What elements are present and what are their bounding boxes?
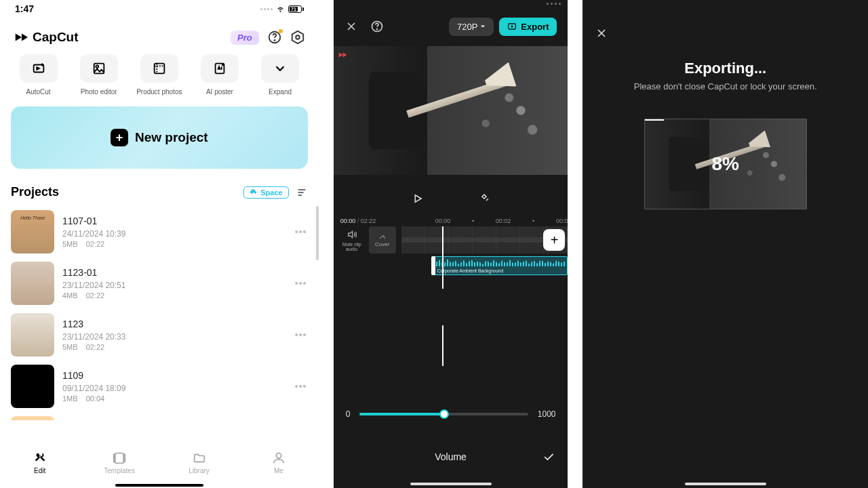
- audio-track[interactable]: Corporate Ambient Background: [434, 256, 568, 275]
- volume-min: 0: [346, 409, 351, 419]
- status-icons: 71: [260, 5, 304, 13]
- tool-row: AutoCut Photo editor Product photos AI p…: [0, 50, 319, 96]
- export-subtitle: Please don't close CapCut or lock your s…: [583, 81, 868, 92]
- volume-slider-row: 0 1000: [334, 404, 568, 424]
- settings-icon[interactable]: [290, 30, 305, 45]
- app-header: CapCut Pro: [0, 22, 319, 50]
- projects-header: Projects Space: [0, 169, 319, 206]
- tab-templates[interactable]: Templates: [79, 442, 159, 483]
- project-thumb: [11, 262, 54, 305]
- logo: CapCut: [14, 30, 79, 45]
- tool-autocut[interactable]: AutoCut: [11, 54, 66, 96]
- export-screen: Exporting... Please don't close CapCut o…: [583, 0, 868, 488]
- play-controls: [334, 182, 568, 216]
- project-item[interactable]: 1123 23/11/2024 20:33 5MB02:22 •••: [11, 309, 308, 361]
- editor-screen: 720P Export 00:00 / 02:22 00:00• 00:02• …: [334, 0, 568, 488]
- projects-title: Projects: [11, 185, 59, 199]
- playhead[interactable]: [442, 226, 443, 289]
- home-indicator: [115, 484, 203, 487]
- close-icon[interactable]: [344, 20, 358, 33]
- project-item[interactable]: Hello There 1107-01 24/11/2024 10:39 5MB…: [11, 206, 308, 258]
- help-icon[interactable]: [370, 20, 384, 33]
- timeline[interactable]: Mute clip audio Cover + Corporate Ambien…: [334, 226, 568, 278]
- editor-header: 720P Export: [334, 14, 568, 39]
- volume-max: 1000: [538, 409, 556, 419]
- fullscreen-icon[interactable]: [478, 192, 490, 205]
- close-icon[interactable]: [595, 26, 608, 40]
- video-preview[interactable]: [334, 46, 568, 175]
- svg-rect-6: [154, 64, 164, 74]
- confirm-icon[interactable]: [542, 450, 555, 464]
- svg-point-2: [296, 35, 300, 39]
- svg-point-5: [96, 65, 98, 68]
- audio-clip-handle[interactable]: [431, 256, 435, 275]
- home-indicator: [685, 483, 766, 485]
- project-thumb: [11, 313, 54, 357]
- project-list[interactable]: Hello There 1107-01 24/11/2024 10:39 5MB…: [0, 206, 319, 420]
- more-icon[interactable]: •••: [294, 226, 308, 237]
- volume-slider[interactable]: [359, 413, 528, 415]
- tool-photo-editor[interactable]: Photo editor: [71, 54, 126, 96]
- status-bar: 1:47 71: [0, 0, 319, 18]
- clock: 1:47: [15, 3, 34, 14]
- pro-badge[interactable]: Pro: [231, 30, 259, 45]
- export-percent: 8%: [645, 119, 806, 209]
- more-icon[interactable]: •••: [294, 278, 308, 289]
- play-icon[interactable]: [412, 192, 424, 205]
- tab-bar: Edit Templates Library Me: [0, 442, 319, 483]
- wifi-icon: [275, 5, 285, 13]
- export-title: Exporting...: [583, 60, 868, 77]
- project-item[interactable]: 1123-01 23/11/2024 20:51 4MB02:22 •••: [11, 258, 308, 309]
- more-icon[interactable]: •••: [294, 381, 308, 392]
- svg-rect-9: [115, 453, 124, 463]
- project-item[interactable]: 1107: [11, 412, 308, 420]
- project-thumb: [11, 416, 54, 420]
- new-project-button[interactable]: + New project: [11, 106, 308, 169]
- project-thumb: Hello There: [11, 210, 54, 253]
- svg-point-8: [222, 64, 224, 66]
- home-screen: 1:47 71 CapCut Pro: [0, 0, 319, 488]
- sort-icon[interactable]: [296, 187, 308, 198]
- scrollbar[interactable]: [316, 206, 319, 260]
- help-icon[interactable]: [267, 30, 282, 45]
- svg-point-14: [376, 29, 377, 30]
- tool-expand[interactable]: Expand: [253, 54, 308, 96]
- volume-panel: Volume: [334, 442, 568, 472]
- tab-library[interactable]: Library: [159, 442, 239, 483]
- cover-button[interactable]: Cover: [369, 226, 396, 253]
- export-preview: 8%: [644, 119, 807, 209]
- project-thumb: [11, 365, 54, 408]
- tool-product-photos[interactable]: Product photos: [132, 54, 186, 96]
- svg-point-12: [276, 453, 281, 458]
- svg-rect-11: [124, 454, 125, 462]
- tool-ai-poster[interactable]: AI poster: [192, 54, 247, 96]
- mute-button[interactable]: Mute clip audio: [338, 229, 366, 251]
- svg-rect-4: [94, 64, 104, 74]
- add-clip-button[interactable]: +: [543, 229, 565, 251]
- resolution-button[interactable]: 720P: [449, 18, 494, 36]
- tab-me[interactable]: Me: [239, 442, 318, 483]
- export-button[interactable]: Export: [499, 18, 557, 36]
- project-item[interactable]: 1109 09/11/2024 18:09 1MB00:04 •••: [11, 361, 308, 412]
- svg-rect-10: [114, 454, 115, 462]
- time-ruler: 00:00 / 02:22 00:00• 00:02• 00:0: [334, 216, 568, 226]
- space-button[interactable]: Space: [243, 186, 288, 199]
- capcut-watermark-icon: [338, 50, 347, 60]
- plus-icon: +: [111, 129, 128, 146]
- home-indicator: [410, 483, 492, 485]
- more-icon[interactable]: •••: [294, 329, 308, 340]
- svg-point-1: [274, 40, 275, 41]
- tab-edit[interactable]: Edit: [0, 442, 79, 483]
